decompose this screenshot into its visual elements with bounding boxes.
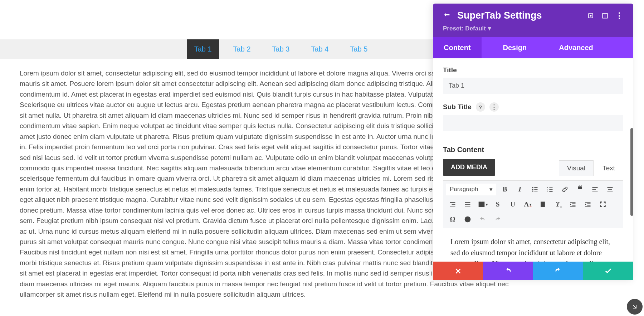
svg-rect-17 <box>592 189 596 190</box>
svg-rect-13 <box>549 189 552 190</box>
settings-panel: SuperTab Settings ⋮ Preset: Default ▾ Co… <box>433 4 633 280</box>
editor-tab-text[interactable]: Text <box>594 160 623 176</box>
outdent-icon[interactable] <box>566 198 579 211</box>
chevron-down-icon: ▾ <box>489 186 493 193</box>
expand-icon[interactable] <box>587 12 595 20</box>
chevron-down-icon: ▾ <box>488 25 491 32</box>
editor-tab-visual[interactable]: Visual <box>559 160 594 176</box>
svg-rect-40 <box>585 206 591 207</box>
undo-button[interactable] <box>483 262 533 280</box>
link-icon[interactable] <box>558 183 571 196</box>
editor-toolbar: Paragraph ▾ B I 123 ❝ ▾ S U A▾ T T× Ω <box>443 180 623 228</box>
tab-content[interactable]: Content <box>433 37 482 58</box>
svg-rect-16 <box>592 187 598 188</box>
svg-rect-35 <box>572 205 575 206</box>
tab-design[interactable]: Design <box>492 37 538 58</box>
svg-rect-22 <box>450 202 455 203</box>
save-button[interactable] <box>583 262 633 280</box>
quote-icon[interactable]: ❝ <box>574 183 586 196</box>
title-label: Title <box>443 66 623 74</box>
paragraph-select-label: Paragraph <box>450 186 478 193</box>
svg-rect-37 <box>585 202 591 203</box>
align-right-icon[interactable] <box>446 198 459 211</box>
svg-point-41 <box>465 217 470 222</box>
clear-format-icon[interactable]: T× <box>551 198 564 211</box>
scrollbar[interactable] <box>630 128 633 216</box>
tab-2[interactable]: Tab 2 <box>226 39 258 59</box>
svg-rect-27 <box>465 206 470 206</box>
panel-title: SuperTab Settings <box>457 10 580 21</box>
align-justify-icon[interactable] <box>461 198 474 211</box>
preset-selector[interactable]: Preset: Default ▾ <box>443 25 623 32</box>
svg-rect-18 <box>592 191 598 191</box>
preset-label: Preset: Default <box>443 25 486 32</box>
svg-rect-7 <box>534 189 537 190</box>
strikethrough-icon[interactable]: S <box>491 198 504 211</box>
svg-rect-25 <box>465 202 470 203</box>
panel-footer <box>433 262 633 280</box>
add-media-button[interactable]: ADD MEDIA <box>443 159 495 176</box>
svg-rect-38 <box>587 204 590 204</box>
tab-3[interactable]: Tab 3 <box>265 39 297 59</box>
svg-rect-19 <box>608 187 613 188</box>
bullet-list-icon[interactable] <box>528 183 541 196</box>
paste-text-icon[interactable]: T <box>536 198 549 211</box>
paragraph-select[interactable]: Paragraph ▾ <box>446 184 496 195</box>
bold-icon[interactable]: B <box>498 183 511 196</box>
subtitle-label: Sub Title ? ⋮ <box>443 102 623 112</box>
tab-5[interactable]: Tab 5 <box>343 39 375 59</box>
svg-rect-23 <box>452 204 455 205</box>
svg-rect-33 <box>570 202 576 203</box>
svg-rect-9 <box>534 191 537 191</box>
svg-rect-20 <box>608 189 612 190</box>
align-left-icon[interactable] <box>589 183 601 196</box>
columns-icon[interactable] <box>601 12 609 20</box>
svg-rect-15 <box>549 191 552 192</box>
svg-text:T: T <box>542 203 544 206</box>
svg-rect-5 <box>534 187 537 188</box>
omega-icon[interactable]: Ω <box>446 213 459 226</box>
svg-rect-24 <box>450 206 455 206</box>
back-icon[interactable] <box>443 12 451 20</box>
options-icon[interactable]: ⋮ <box>489 102 499 112</box>
italic-icon[interactable]: I <box>513 183 526 196</box>
underline-icon[interactable]: U <box>506 198 519 211</box>
tab-4[interactable]: Tab 4 <box>304 39 336 59</box>
redo-icon[interactable] <box>491 213 504 226</box>
svg-rect-36 <box>570 206 576 207</box>
svg-point-43 <box>468 219 469 219</box>
panel-body: Title Sub Title ? ⋮ Tab Content ADD MEDI… <box>433 58 633 280</box>
numbered-list-icon[interactable]: 123 <box>543 183 556 196</box>
align-center-icon[interactable] <box>604 183 616 196</box>
svg-rect-34 <box>572 204 575 204</box>
redo-button[interactable] <box>533 262 583 280</box>
svg-rect-21 <box>608 191 613 191</box>
subtitle-input[interactable] <box>443 115 623 131</box>
svg-point-42 <box>467 219 467 219</box>
svg-text:3: 3 <box>547 190 548 193</box>
svg-rect-26 <box>465 204 470 205</box>
svg-point-8 <box>532 190 533 191</box>
help-icon[interactable]: ? <box>476 102 485 112</box>
more-icon[interactable]: ⋮ <box>615 12 623 20</box>
tab-1[interactable]: Tab 1 <box>187 39 219 59</box>
svg-rect-39 <box>587 205 590 206</box>
title-input[interactable] <box>443 78 623 94</box>
drag-handle[interactable] <box>627 299 643 315</box>
svg-point-1 <box>590 15 591 16</box>
svg-point-4 <box>532 187 533 188</box>
undo-icon[interactable] <box>476 213 489 226</box>
svg-point-6 <box>532 189 533 190</box>
tab-advanced[interactable]: Advanced <box>548 37 604 58</box>
svg-rect-11 <box>549 187 552 188</box>
cancel-button[interactable] <box>433 262 483 280</box>
emoji-icon[interactable] <box>461 213 474 226</box>
table-icon[interactable]: ▾ <box>476 198 489 211</box>
tab-content-label: Tab Content <box>443 146 623 154</box>
text-color-icon[interactable]: A▾ <box>521 198 534 211</box>
panel-tabs: Content Design Advanced <box>433 37 633 58</box>
indent-icon[interactable] <box>581 198 594 211</box>
panel-header: SuperTab Settings ⋮ Preset: Default ▾ <box>433 4 633 37</box>
fullscreen-icon[interactable] <box>596 198 609 211</box>
subtitle-label-text: Sub Title <box>443 103 472 111</box>
